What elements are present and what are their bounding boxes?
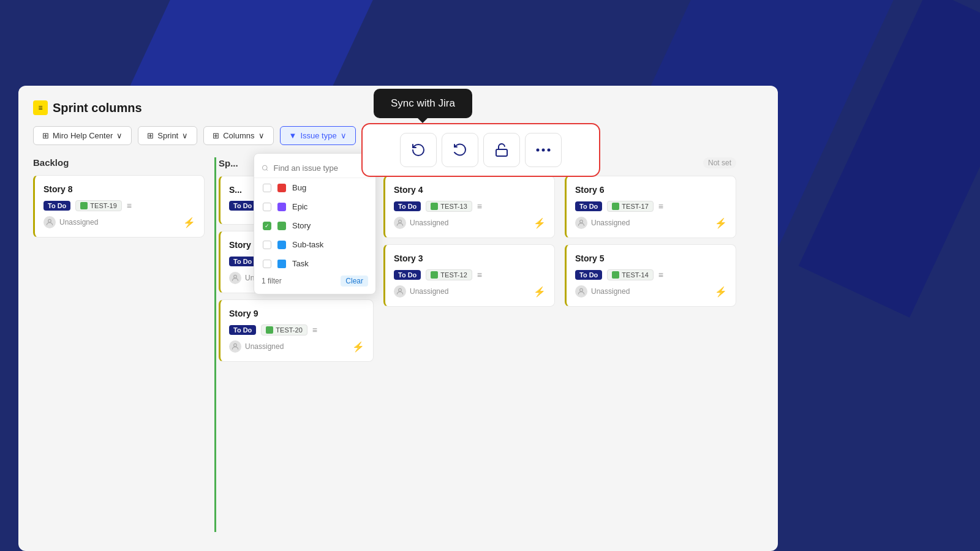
svg-point-4 xyxy=(262,165,267,170)
sprint-icon-story3: ⚡ xyxy=(533,286,546,298)
svg-point-6 xyxy=(48,219,51,222)
story3-ticket-icon xyxy=(431,271,438,279)
sprint-grid-icon: ⊞ xyxy=(147,131,154,140)
bug-checkbox[interactable] xyxy=(263,184,271,192)
status-story6: To Do xyxy=(575,201,602,211)
svg-point-12 xyxy=(580,288,583,291)
filter-issue-type[interactable]: ▼ Issue type ∨ xyxy=(280,126,356,145)
assignee-story9: Unassigned xyxy=(229,340,284,353)
miro-icon: ≡ xyxy=(33,100,48,115)
ticket-badge: TEST-19 xyxy=(75,200,121,211)
dropdown-item-epic[interactable]: Epic xyxy=(254,197,375,216)
dropdown-item-story[interactable]: ✓ Story xyxy=(254,216,375,235)
filter-miro-help-center[interactable]: ⊞ Miro Help Center ∨ xyxy=(33,126,132,145)
toolbar-box xyxy=(361,123,600,177)
status-badge: To Do xyxy=(43,201,70,211)
card-story4-footer: Unassigned ⚡ xyxy=(394,217,546,229)
backlog-header: Backlog xyxy=(33,157,205,168)
task-dot xyxy=(277,260,286,268)
sprint-icon: ⚡ xyxy=(183,217,195,228)
more-button[interactable] xyxy=(525,133,562,167)
status-story5: To Do xyxy=(575,270,602,280)
subtask-dot xyxy=(277,241,286,249)
epic-checkbox[interactable] xyxy=(263,203,271,211)
card-story9[interactable]: Story 9 To Do TEST-20 ≡ xyxy=(219,299,374,362)
issue-type-search-input[interactable] xyxy=(274,163,368,173)
avatar-story9 xyxy=(229,340,241,353)
card-story9-footer: Unassigned ⚡ xyxy=(229,340,364,353)
svg-point-2 xyxy=(542,149,545,152)
card-story3-footer: Unassigned ⚡ xyxy=(394,285,546,298)
priority-icon: ≡ xyxy=(127,201,132,211)
columns-chevron-icon: ∨ xyxy=(258,131,265,140)
grid-icon: ⊞ xyxy=(42,131,49,140)
card-story6[interactable]: Story 6 To Do TEST-17 ≡ xyxy=(565,176,736,238)
svg-line-5 xyxy=(266,170,268,171)
card-story4-title: Story 4 xyxy=(394,185,546,195)
column-sprint3: Sprint 3 Not set Story 6 To Do TEST-17 ≡ xyxy=(565,157,736,532)
story-dot xyxy=(277,222,286,230)
lock-button[interactable] xyxy=(483,133,520,167)
dropdown-item-task[interactable]: Task xyxy=(254,254,375,273)
story-checkbox[interactable]: ✓ xyxy=(263,222,271,230)
dropdown-item-bug[interactable]: Bug xyxy=(254,178,375,197)
sprint-icon-story4: ⚡ xyxy=(533,217,546,229)
card-story8-meta: To Do TEST-19 ≡ xyxy=(43,200,195,211)
card-story4-meta: To Do TEST-13 ≡ xyxy=(394,201,546,212)
story4-ticket-icon xyxy=(431,203,438,210)
ticket-story9: TEST-20 xyxy=(261,324,307,335)
card-story5-meta: To Do TEST-14 ≡ xyxy=(575,269,727,280)
priority-story4: ≡ xyxy=(477,201,482,211)
card-story3[interactable]: Story 3 To Do TEST-12 ≡ xyxy=(383,244,555,307)
card-story4[interactable]: Story 4 To Do TEST-13 ≡ xyxy=(383,176,555,238)
columns-container: Backlog Story 8 To Do TEST-19 ≡ xyxy=(33,157,763,532)
dropdown-search-row xyxy=(254,159,375,178)
filter-columns[interactable]: ⊞ Columns ∨ xyxy=(203,126,273,145)
card-story6-meta: To Do TEST-17 ≡ xyxy=(575,201,727,212)
svg-point-3 xyxy=(548,149,551,152)
card-story9-title: Story 9 xyxy=(229,309,364,318)
priority-icon-story9: ≡ xyxy=(312,325,317,335)
sprint-chevron-icon: ∨ xyxy=(182,131,188,140)
avatar-story6 xyxy=(575,217,587,229)
status-badge-s1: To Do xyxy=(229,201,256,211)
card-story5[interactable]: Story 5 To Do TEST-14 ≡ xyxy=(565,244,736,307)
column-backlog: Backlog Story 8 To Do TEST-19 ≡ xyxy=(33,157,205,532)
svg-point-10 xyxy=(399,288,402,291)
ticket-story3: TEST-12 xyxy=(426,269,472,280)
avatar-story5 xyxy=(575,285,587,298)
svg-point-1 xyxy=(537,149,540,152)
priority-story5: ≡ xyxy=(658,270,663,280)
story9-ticket-icon xyxy=(266,326,273,334)
sprint3-badge: Not set xyxy=(703,157,736,168)
clear-filter-button[interactable]: Clear xyxy=(341,276,368,287)
card-story3-title: Story 3 xyxy=(394,253,546,263)
refresh-button[interactable] xyxy=(400,133,437,167)
status-story4: To Do xyxy=(394,201,421,211)
card-story6-footer: Unassigned ⚡ xyxy=(575,217,727,229)
task-checkbox[interactable] xyxy=(263,260,271,268)
sync-tooltip: Sync with Jira xyxy=(374,89,472,118)
dropdown-item-subtask[interactable]: Sub-task xyxy=(254,235,375,254)
avatar xyxy=(43,216,56,228)
assignee-story5: Unassigned xyxy=(575,285,630,298)
status-story3: To Do xyxy=(394,270,421,280)
filter-funnel-icon: ▼ xyxy=(289,131,297,140)
status-badge-story9: To Do xyxy=(229,325,256,335)
chevron-down-icon: ∨ xyxy=(116,131,123,140)
ticket-story6: TEST-17 xyxy=(607,201,653,212)
story6-ticket-icon xyxy=(612,203,619,210)
avatar-story3 xyxy=(394,285,406,298)
panel-title: ≡ Sprint columns xyxy=(33,100,142,115)
epic-dot xyxy=(277,203,286,211)
sprint-icon-story6: ⚡ xyxy=(715,217,727,229)
status-badge-story1: To Do xyxy=(229,257,256,266)
priority-story6: ≡ xyxy=(658,201,663,211)
assignee-story4: Unassigned xyxy=(394,217,448,229)
subtask-checkbox[interactable] xyxy=(263,241,271,249)
filter-sprint[interactable]: ⊞ Sprint ∨ xyxy=(138,126,197,145)
undo-button[interactable] xyxy=(442,133,478,167)
card-story5-footer: Unassigned ⚡ xyxy=(575,285,727,298)
sprint-icon-story5: ⚡ xyxy=(715,286,727,298)
card-story8[interactable]: Story 8 To Do TEST-19 ≡ xyxy=(33,175,205,238)
